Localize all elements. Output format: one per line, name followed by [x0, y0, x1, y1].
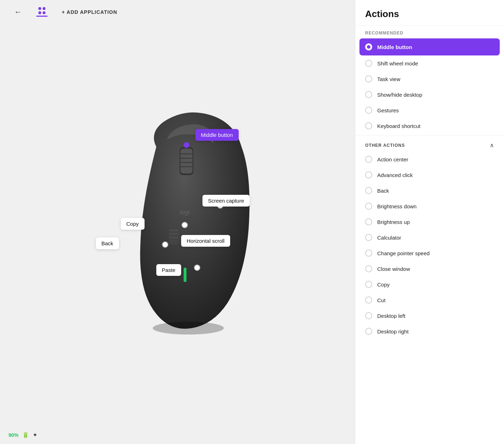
- action-item-action-center[interactable]: Action center: [355, 151, 504, 167]
- radio-action-center: [365, 156, 372, 163]
- action-label-shift-wheel: Shift wheel mode: [377, 60, 418, 66]
- logi-text: logi: [179, 209, 190, 216]
- dot4: [43, 11, 45, 14]
- back-button[interactable]: ←: [14, 7, 22, 17]
- battery-indicator: [184, 268, 186, 282]
- radio-task-view: [365, 75, 372, 82]
- radio-cut: [365, 296, 372, 304]
- copy-label: Copy: [121, 218, 145, 230]
- action-label-brightness-down: Brightness down: [377, 203, 417, 209]
- action-label-brightness-up: Brightness up: [377, 219, 410, 225]
- action-label-copy: Copy: [377, 282, 390, 288]
- radio-brightness-down: [365, 203, 372, 210]
- action-label-cut: Cut: [377, 297, 385, 303]
- action-item-cut[interactable]: Cut: [355, 292, 504, 308]
- action-item-brightness-down[interactable]: Brightness down: [355, 198, 504, 214]
- action-label-close-window: Close window: [377, 266, 410, 272]
- radio-back: [365, 187, 372, 194]
- action-label-desktop-left: Desktop left: [377, 313, 405, 319]
- action-item-copy[interactable]: Copy: [355, 277, 504, 292]
- side-scroll: [169, 225, 179, 245]
- copy-dot[interactable]: [182, 222, 188, 228]
- dot1: [38, 7, 41, 10]
- action-item-show-hide-desktop[interactable]: Show/hide desktop: [355, 87, 504, 102]
- paste-dot[interactable]: [194, 265, 200, 271]
- action-label-gestures: Gestures: [377, 107, 399, 113]
- recommended-section-label: RECOMMENDED: [355, 26, 504, 38]
- mouse-shadow: [153, 322, 224, 335]
- scroll-wheel: [180, 149, 193, 173]
- nav-underline: [36, 16, 48, 17]
- actions-title: Actions: [355, 0, 504, 26]
- action-label-calculator: Calculator: [377, 235, 401, 241]
- action-item-desktop-left[interactable]: Desktop left: [355, 308, 504, 323]
- action-item-back[interactable]: Back: [355, 183, 504, 198]
- action-label-middle-button: Middle button: [377, 44, 412, 50]
- action-label-change-pointer-speed: Change pointer speed: [377, 250, 430, 256]
- radio-desktop-left: [365, 312, 372, 319]
- action-label-action-center: Action center: [377, 156, 408, 162]
- action-item-desktop-right[interactable]: Desktop right: [355, 323, 504, 339]
- nav-apps-icon[interactable]: [36, 7, 48, 17]
- action-label-desktop-right: Desktop right: [377, 328, 408, 335]
- mouse-container: logi Middle button Screen capture: [114, 104, 263, 346]
- back-dot[interactable]: [162, 242, 168, 247]
- middle-button-label: Middle button: [195, 129, 239, 141]
- action-item-keyboard-shortcut[interactable]: Keyboard shortcut: [355, 118, 504, 134]
- top-bar: ← + ADD APPLICATION: [0, 0, 355, 24]
- horizontal-scroll-label: Horizontal scroll: [181, 235, 231, 247]
- paste-label: Paste: [156, 264, 181, 276]
- battery-icon: 🔋: [22, 432, 29, 438]
- radio-show-hide-desktop: [365, 91, 372, 98]
- recommended-list: Middle buttonShift wheel modeTask viewSh…: [355, 38, 504, 134]
- action-item-close-window[interactable]: Close window: [355, 261, 504, 277]
- radio-desktop-right: [365, 328, 372, 335]
- action-item-task-view[interactable]: Task view: [355, 71, 504, 87]
- radio-calculator: [365, 234, 372, 241]
- radio-middle-button: [365, 43, 372, 50]
- radio-shift-wheel: [365, 60, 372, 67]
- middle-button-dot[interactable]: [184, 142, 189, 148]
- action-item-gestures[interactable]: Gestures: [355, 102, 504, 118]
- add-application-button[interactable]: + ADD APPLICATION: [62, 9, 117, 15]
- left-panel: ← + ADD APPLICATION: [0, 0, 355, 444]
- action-item-shift-wheel[interactable]: Shift wheel mode: [355, 55, 504, 71]
- action-item-change-pointer-speed[interactable]: Change pointer speed: [355, 245, 504, 261]
- action-label-back: Back: [377, 188, 389, 194]
- action-item-calculator[interactable]: Calculator: [355, 230, 504, 245]
- nav-dots: [38, 7, 45, 14]
- mouse-body: [140, 112, 249, 328]
- radio-keyboard-shortcut: [365, 122, 372, 129]
- dot2: [43, 7, 45, 10]
- radio-brightness-up: [365, 218, 372, 225]
- divider: [355, 135, 504, 135]
- dot3: [38, 11, 41, 14]
- other-actions-list: Action centerAdvanced clickBackBrightnes…: [355, 151, 504, 339]
- radio-change-pointer-speed: [365, 250, 372, 257]
- action-item-brightness-up[interactable]: Brightness up: [355, 214, 504, 230]
- action-label-task-view: Task view: [377, 76, 400, 82]
- other-actions-header: OTHER ACTIONS ∧: [355, 137, 504, 151]
- action-label-advanced-click: Advanced click: [377, 172, 413, 178]
- right-panel: Actions RECOMMENDED Middle buttonShift w…: [355, 0, 504, 444]
- status-bar: 90% 🔋 ✦: [0, 426, 355, 444]
- back-label: Back: [96, 237, 119, 249]
- other-actions-title: OTHER ACTIONS: [365, 143, 405, 148]
- radio-gestures: [365, 107, 372, 114]
- mouse-area: logi Middle button Screen capture: [0, 24, 355, 426]
- battery-percentage: 90%: [9, 432, 18, 438]
- bluetooth-icon: ✦: [33, 432, 37, 438]
- radio-close-window: [365, 265, 372, 272]
- action-item-middle-button[interactable]: Middle button: [359, 38, 500, 55]
- screen-capture-label: Screen capture: [202, 195, 250, 207]
- chevron-up-icon[interactable]: ∧: [490, 142, 494, 149]
- action-label-show-hide-desktop: Show/hide desktop: [377, 92, 422, 98]
- action-item-advanced-click[interactable]: Advanced click: [355, 167, 504, 183]
- radio-copy: [365, 281, 372, 288]
- action-label-keyboard-shortcut: Keyboard shortcut: [377, 123, 421, 129]
- radio-advanced-click: [365, 171, 372, 178]
